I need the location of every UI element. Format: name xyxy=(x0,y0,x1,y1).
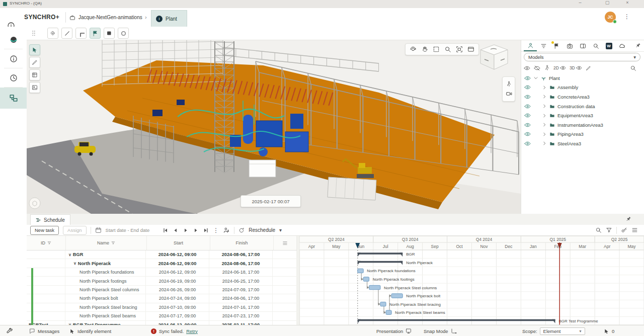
tab-cloud[interactable] xyxy=(615,40,628,51)
models-dropdown[interactable]: Models ▾ xyxy=(524,53,640,61)
step-forward-icon[interactable] xyxy=(193,227,199,233)
select-tool[interactable] xyxy=(29,44,40,55)
scope-select[interactable]: Element ▾ xyxy=(540,327,585,335)
step-back-icon[interactable] xyxy=(173,227,179,233)
drag-handle-icon[interactable] xyxy=(30,30,37,37)
gantt-task-bar[interactable] xyxy=(386,310,391,314)
walk-filter-icon[interactable] xyxy=(544,65,550,71)
tab-plant[interactable]: i Plant xyxy=(151,10,187,27)
show-all-icon[interactable] xyxy=(524,65,530,71)
date-range-field[interactable]: Start date - End date xyxy=(106,227,150,233)
gantt-task-bar[interactable] xyxy=(358,269,363,273)
gantt-task-bar[interactable] xyxy=(363,277,369,281)
walk-mode-icon[interactable] xyxy=(506,81,512,87)
minimize-button[interactable]: – xyxy=(577,0,584,5)
tab-resources[interactable] xyxy=(524,40,537,51)
col-finish[interactable]: Finish xyxy=(210,236,274,250)
tree-item[interactable]: SteelArea3 xyxy=(521,139,644,148)
gantt-chart[interactable]: Q2 2024 Q3 2024 Q4 2024 Q1 2025 Q2 2025A… xyxy=(299,236,644,325)
camera-icon[interactable] xyxy=(506,91,512,97)
reschedule-button[interactable]: Reschedule xyxy=(249,227,275,233)
sidebar-item-4d-workflow[interactable] xyxy=(0,88,27,109)
breadcrumb-project[interactable]: Jacque-NextGen-animations xyxy=(78,15,142,20)
toggle-2d[interactable]: 2D xyxy=(553,65,566,71)
assign-button[interactable]: Assign xyxy=(63,226,87,235)
header-kebab-menu[interactable]: ⋮ xyxy=(624,13,630,20)
circle-tool[interactable] xyxy=(118,28,129,39)
image-tool[interactable] xyxy=(29,82,40,93)
gantt-summary-bar[interactable] xyxy=(358,253,403,255)
tree-item[interactable]: EquipmentArea3 xyxy=(521,111,644,120)
tab-search[interactable] xyxy=(589,40,602,51)
sidebar-item-info[interactable] xyxy=(0,49,27,68)
table-row[interactable]: North Piperack Steel bracing 2024-07-10,… xyxy=(27,303,297,312)
tree-item[interactable]: InstrumentationArea3 xyxy=(521,120,644,130)
table-row[interactable]: ∨North Piperack 2024-06-12, 09:00 2024-0… xyxy=(27,259,297,268)
close-button[interactable]: × xyxy=(624,0,631,5)
tree-item[interactable]: Assembly xyxy=(521,83,644,93)
skip-to-end-icon[interactable] xyxy=(203,227,209,233)
col-id[interactable]: ID xyxy=(27,236,66,250)
tab-workgroups[interactable]: W xyxy=(602,40,615,51)
pin-panel-icon[interactable] xyxy=(636,43,642,49)
tree-search-icon[interactable] xyxy=(630,65,636,71)
schedule-columns-icon[interactable] xyxy=(631,227,638,233)
messages-button[interactable]: Messages xyxy=(29,325,59,336)
tab-media[interactable] xyxy=(563,40,576,51)
maximize-button[interactable]: ▢ xyxy=(604,0,611,5)
marquee-zoom-icon[interactable] xyxy=(433,46,440,53)
flag-tool[interactable] xyxy=(90,28,101,39)
assign-resources-icon[interactable] xyxy=(223,227,230,234)
schedule-filter-icon[interactable] xyxy=(606,227,612,233)
tree-item-root[interactable]: Plant xyxy=(521,73,644,83)
orbit-icon[interactable] xyxy=(410,46,417,53)
skip-to-start-icon[interactable] xyxy=(163,227,169,233)
retry-link[interactable]: Retry xyxy=(186,328,198,334)
tab-flags[interactable] xyxy=(550,40,563,51)
playback-kebab-menu[interactable]: ⋮ xyxy=(213,227,219,234)
view-cube[interactable] xyxy=(478,43,510,71)
gantt-task-bar[interactable] xyxy=(391,294,403,298)
gantt-summary-bar[interactable] xyxy=(358,319,555,321)
line-tool[interactable] xyxy=(61,28,72,39)
rectangle-tool[interactable] xyxy=(75,28,87,39)
tab-schedule[interactable]: Schedule xyxy=(30,214,70,225)
identify-element-button[interactable]: Identify element xyxy=(69,325,111,336)
gantt-task-bar[interactable] xyxy=(380,302,386,306)
zoom-icon[interactable] xyxy=(444,46,451,53)
grid-tool[interactable] xyxy=(29,69,40,80)
gantt-task-bar[interactable] xyxy=(369,285,380,289)
presentation-toggle[interactable]: Presentation xyxy=(376,325,412,336)
wrench-icon[interactable] xyxy=(6,327,13,334)
col-name[interactable]: Name xyxy=(66,236,147,250)
table-row[interactable]: North Piperack bolt 2024-07-24, 09:00 20… xyxy=(27,294,297,303)
pan-hand-icon[interactable] xyxy=(421,46,428,53)
new-task-button[interactable]: New task xyxy=(30,226,59,235)
snap-mode-toggle[interactable]: Snap Mode xyxy=(424,325,457,336)
schedule-key-icon[interactable] xyxy=(621,227,627,233)
table-row[interactable]: North Piperack foundations 2024-06-12, 0… xyxy=(27,268,297,277)
reschedule-caret-icon[interactable]: ▾ xyxy=(279,227,282,233)
hide-all-icon[interactable] xyxy=(534,65,540,71)
col-start[interactable]: Start xyxy=(147,236,210,250)
tree-item[interactable]: Construction data xyxy=(521,102,644,111)
toggle-3d[interactable]: 3D xyxy=(570,65,582,71)
saved-views-icon[interactable] xyxy=(467,46,474,53)
paint-visibility-icon[interactable] xyxy=(586,65,591,71)
table-row[interactable]: North Piperack footings 2024-06-19, 09:0… xyxy=(27,277,297,285)
tree-item[interactable]: ConcreteArea3 xyxy=(521,92,644,102)
sidebar-item-model[interactable] xyxy=(0,30,27,49)
tab-task-list[interactable] xyxy=(537,40,550,51)
col-options[interactable] xyxy=(274,236,297,250)
paint-tool[interactable] xyxy=(29,57,40,68)
play-icon[interactable] xyxy=(183,227,189,233)
gantt-summary-bar[interactable] xyxy=(358,261,403,263)
table-row[interactable]: North Piperack Steel beams 2024-07-17, 0… xyxy=(27,312,297,320)
tab-panels[interactable] xyxy=(576,40,589,51)
schedule-search-icon[interactable] xyxy=(595,227,602,233)
select-shape-tool[interactable] xyxy=(47,28,58,39)
fit-view-icon[interactable] xyxy=(456,46,463,53)
schedule-pin-icon[interactable] xyxy=(626,216,632,222)
table-row[interactable]: ∨BGR 2024-06-12, 09:00 2024-08-06, 17:00 xyxy=(27,250,297,259)
viewport-3d[interactable]: 2025-02-17 00:07 xyxy=(27,40,521,214)
